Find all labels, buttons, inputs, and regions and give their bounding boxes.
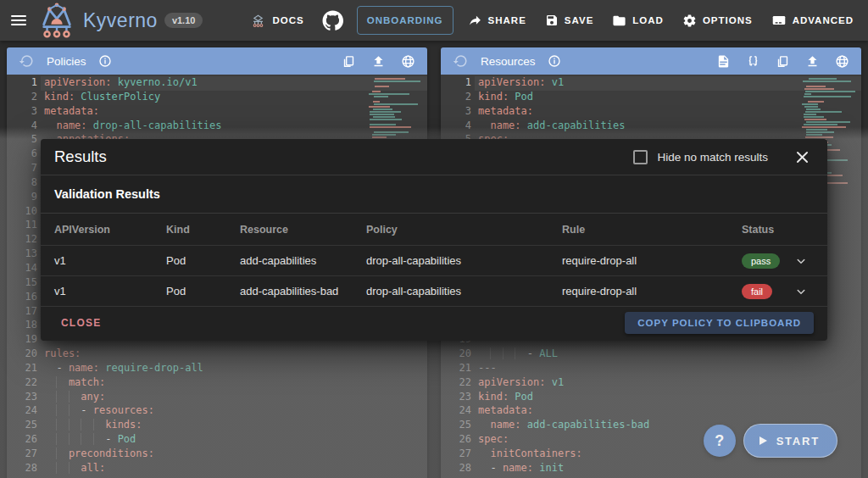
line-number: 26: [7, 433, 37, 447]
file-document-icon[interactable]: [712, 50, 734, 72]
line-number: 21: [7, 362, 37, 376]
line-number: 2: [441, 91, 471, 105]
line-number: 25: [7, 419, 37, 433]
line-number: 8: [7, 176, 37, 191]
line-number: 10: [7, 205, 37, 220]
policies-panel-title: Policies: [47, 55, 86, 68]
line-number: 22: [441, 376, 471, 391]
line-number: 22: [7, 376, 37, 391]
copy-policy-button[interactable]: COPY POLICY TO CLIPBOARD: [625, 312, 814, 334]
column-header: Kind: [166, 224, 240, 236]
start-button[interactable]: START: [743, 424, 837, 458]
save-button[interactable]: SAVE: [536, 6, 603, 35]
code-line: - ALL: [478, 347, 861, 362]
line-number: 9: [7, 191, 37, 205]
restore-icon[interactable]: [449, 50, 471, 72]
column-header: Policy: [366, 224, 562, 236]
line-number: 21: [441, 362, 471, 376]
code-line: - resources:: [44, 404, 427, 419]
line-number: 2: [7, 91, 37, 105]
docs-icon: [250, 14, 266, 28]
checkbox-icon[interactable]: [633, 150, 648, 164]
line-number: 5: [7, 133, 37, 147]
hide-no-match-checkbox[interactable]: Hide no match results: [633, 150, 768, 164]
line-number: 16: [7, 291, 37, 305]
line-number: 19: [7, 333, 37, 347]
line-number: 15: [7, 276, 37, 291]
code-line: preconditions:: [44, 447, 427, 462]
line-number: 17: [7, 305, 37, 320]
line-number: 23: [7, 391, 37, 405]
restore-icon[interactable]: [15, 50, 37, 72]
close-icon[interactable]: [790, 145, 814, 169]
options-button[interactable]: OPTIONS: [673, 6, 762, 35]
onboarding-button[interactable]: ONBOARDING: [357, 6, 453, 35]
globe-icon[interactable]: [831, 50, 853, 72]
gear-icon: [682, 14, 697, 28]
line-number: 3: [7, 105, 37, 119]
github-icon: [322, 10, 343, 31]
advanced-button[interactable]: ADVANCED: [762, 6, 863, 35]
help-fab[interactable]: ?: [704, 425, 736, 457]
copy-icon[interactable]: [771, 50, 793, 72]
share-button[interactable]: SHARE: [459, 6, 536, 35]
info-icon[interactable]: [543, 50, 565, 72]
line-number: 27: [441, 447, 471, 462]
brand-name: Kyverno: [83, 9, 158, 32]
policies-panel-header: Policies: [7, 47, 427, 75]
upload-icon[interactable]: [801, 50, 823, 72]
info-icon[interactable]: [94, 50, 116, 72]
resources-panel-title: Resources: [481, 55, 536, 68]
close-button[interactable]: CLOSE: [54, 312, 108, 334]
line-number: 25: [441, 419, 471, 433]
globe-icon[interactable]: [397, 50, 419, 72]
result-row[interactable]: v1 Pod add-capabilities drop-all-capabil…: [41, 246, 827, 276]
code-line: - Pod: [44, 433, 427, 447]
upload-icon[interactable]: [367, 50, 389, 72]
code-line: kind: Pod: [478, 391, 861, 405]
code-line: - name: require-drop-all: [44, 362, 427, 376]
code-line: all:: [44, 462, 427, 476]
code-line: kinds:: [44, 419, 427, 433]
line-number: 20: [441, 347, 471, 362]
line-number: 28: [7, 462, 37, 476]
version-badge: v1.10: [164, 13, 203, 28]
line-number: 3: [441, 105, 471, 119]
keyboard-icon: [771, 14, 787, 27]
chevron-down-icon[interactable]: [788, 284, 814, 299]
line-number: 26: [441, 433, 471, 447]
line-number: 11: [7, 219, 37, 233]
github-button[interactable]: [314, 6, 352, 35]
code-line: ---: [478, 362, 861, 376]
menu-icon[interactable]: [0, 0, 37, 41]
line-number: 23: [441, 391, 471, 405]
line-number: 14: [7, 262, 37, 276]
line-number: 1: [7, 76, 37, 91]
column-header: Status: [742, 224, 788, 236]
load-button[interactable]: LOAD: [603, 6, 673, 35]
line-number: 13: [7, 247, 37, 262]
code-line: match:: [44, 376, 427, 391]
play-icon: [758, 436, 768, 446]
line-number: 4: [7, 119, 37, 134]
line-number: 27: [7, 447, 37, 462]
code-line: metadata:: [478, 404, 861, 419]
save-icon: [545, 14, 559, 27]
result-row[interactable]: v1 Pod add-capabilities-bad drop-all-cap…: [41, 276, 827, 307]
resources-panel-header: Resources: [441, 47, 861, 75]
app-bar: Kyverno v1.10 DOCS ONBOARDING SHARE SAVE: [0, 0, 868, 41]
code-line: any:: [44, 391, 427, 405]
share-icon: [468, 14, 482, 28]
docs-button[interactable]: DOCS: [241, 6, 313, 35]
copy-icon[interactable]: [337, 50, 359, 72]
code-line: - name: init: [478, 462, 861, 476]
status-badge: pass: [742, 253, 780, 269]
validation-results-heading: Validation Results: [41, 175, 827, 213]
chevron-down-icon[interactable]: [788, 253, 814, 269]
results-dialog: Results Hide no match results Validation…: [41, 139, 827, 341]
line-number: 4: [441, 119, 471, 134]
folder-icon: [612, 14, 626, 28]
code-braces-icon[interactable]: [742, 50, 764, 72]
line-number: 6: [7, 147, 37, 162]
line-number: 12: [7, 233, 37, 247]
